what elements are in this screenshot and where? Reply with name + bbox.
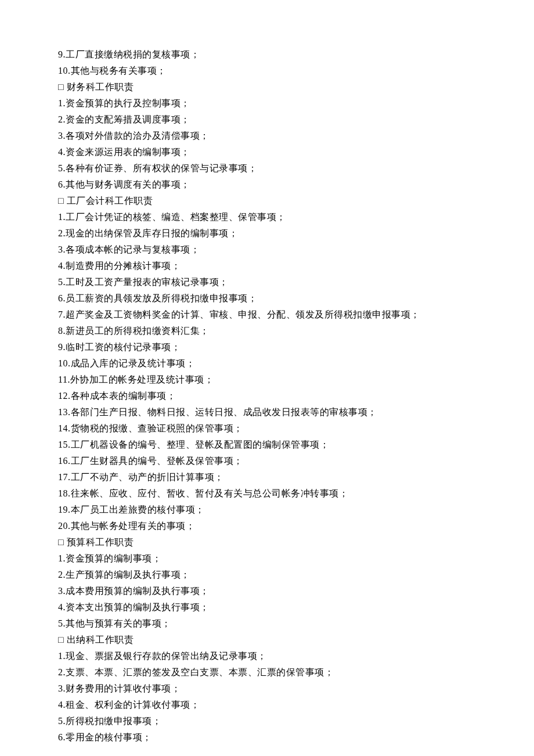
text-line: □ 财务科工作职责 [58, 79, 476, 95]
text-line: 10.成品入库的记录及统计事项； [58, 355, 476, 372]
text-line: 5.工时及工资产量报表的审核记录事项； [58, 274, 476, 290]
text-line: 1.资金预算的编制事项； [58, 550, 476, 567]
text-line: 17.工厂不动产、动产的折旧计算事项； [58, 469, 476, 485]
text-line: 10.其他与税务有关事项； [58, 63, 476, 79]
text-line: 5.其他与预算有关的事项； [58, 615, 476, 632]
text-line: 5.所得税扣缴申报事项； [58, 713, 476, 729]
text-line: 4.制造费用的分摊核计事项； [58, 258, 476, 274]
text-line: 6.零用金的核付事项； [58, 729, 476, 746]
text-line: 1.资金预算的执行及控制事项； [58, 95, 476, 111]
text-line: 2.支票、本票、汇票的签发及空白支票、本票、汇票的保管事项； [58, 664, 476, 681]
text-line: □ 预算科工作职责 [58, 534, 476, 550]
text-line: 20.其他与帐务处理有关的事项； [58, 518, 476, 534]
text-line: 6.其他与财务调度有关的事项； [58, 177, 476, 193]
text-line: 16.工厂生财器具的编号、登帐及保管事项； [58, 453, 476, 469]
text-line: 3.成本费用预算的编制及执行事项； [58, 583, 476, 599]
text-line: 9.工厂直接缴纳税捐的复核事项； [58, 46, 476, 63]
text-line: 5.各种有价证券、所有权状的保管与记录事项； [58, 160, 476, 177]
text-line: 7.超产奖金及工资物料奖金的计算、审核、申报、分配、领发及所得税扣缴申报事项； [58, 307, 476, 323]
text-line: 12.各种成本表的编制事项； [58, 388, 476, 404]
text-line: 14.货物税的报缴、查验证税照的保管事项； [58, 420, 476, 437]
text-line: 9.临时工资的核付记录事项； [58, 339, 476, 355]
text-line: 11.外协加工的帐务处理及统计事项； [58, 372, 476, 388]
text-line: 3.各项对外借款的洽办及清偿事项； [58, 128, 476, 144]
text-line: 18.往来帐、应收、应付、暂收、暂付及有关与总公司帐务冲转事项； [58, 485, 476, 502]
text-line: 4.资本支出预算的编制及执行事项； [58, 599, 476, 615]
text-line: 6.员工薪资的具领发放及所得税扣缴申报事项； [58, 290, 476, 307]
text-line: 2.现金的出纳保管及库存日报的编制事项； [58, 225, 476, 242]
text-line: 1.工厂会计凭证的核签、编造、档案整理、保管事项； [58, 209, 476, 225]
text-line: 2.生产预算的编制及执行事项； [58, 567, 476, 583]
text-line: 13.各部门生产日报、物料日报、运转日报、成品收发日报表等的审核事项； [58, 404, 476, 420]
text-line: 1.现金、票据及银行存款的保管出纳及记录事项； [58, 648, 476, 664]
text-line: 8.新进员工的所得税扣缴资料汇集； [58, 323, 476, 339]
text-line: □ 出纳科工作职责 [58, 632, 476, 648]
text-line: 3.财务费用的计算收付事项； [58, 681, 476, 697]
document-body: 9.工厂直接缴纳税捐的复核事项；10.其他与税务有关事项；□ 财务科工作职责1.… [58, 46, 476, 746]
text-line: 15.工厂机器设备的编号、整理、登帐及配置图的编制保管事项； [58, 437, 476, 453]
text-line: 2.资金的支配筹措及调度事项； [58, 111, 476, 128]
text-line: 19.本厂员工出差旅费的核付事项； [58, 502, 476, 518]
text-line: 4.资金来源运用表的编制事项； [58, 144, 476, 160]
text-line: 4.租金、权利金的计算收付事项； [58, 697, 476, 713]
text-line: □ 工厂会计科工作职责 [58, 193, 476, 209]
text-line: 3.各项成本帐的记录与复核事项； [58, 242, 476, 258]
